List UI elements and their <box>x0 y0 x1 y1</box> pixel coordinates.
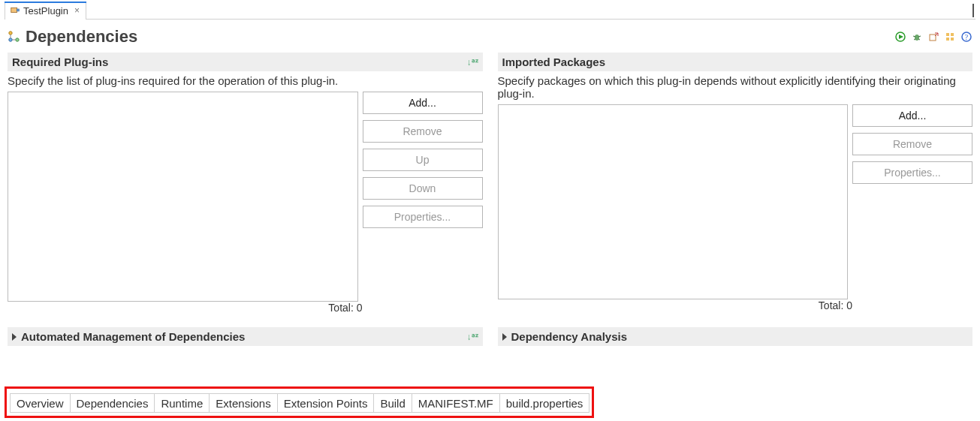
properties-button[interactable]: Properties... <box>363 206 483 228</box>
dependencies-icon <box>8 30 21 44</box>
svg-text:?: ? <box>965 33 969 41</box>
page-header: Dependencies ? <box>5 20 975 53</box>
maximize-icon[interactable] <box>972 5 974 17</box>
automated-dependencies-section[interactable]: Automated Management of Dependencies ↓ᵃᶻ <box>8 327 483 346</box>
required-total: Total: 0 <box>328 302 362 314</box>
run-icon[interactable] <box>894 31 906 43</box>
tab-extensions[interactable]: Extensions <box>209 393 277 413</box>
svg-marker-8 <box>899 35 903 39</box>
svg-line-12 <box>914 39 915 40</box>
sort-icon[interactable]: ↓ᵃᶻ <box>467 332 478 342</box>
imported-packages-section: Imported Packages Specify packages on wh… <box>498 53 973 314</box>
imported-packages-title: Imported Packages <box>502 56 606 68</box>
editor-tab-bar: TestPlugin × <box>5 2 975 20</box>
svg-rect-14 <box>930 35 936 41</box>
svg-rect-1 <box>17 9 20 11</box>
bottom-tab-bar: Overview Dependencies Runtime Extensions… <box>5 386 594 418</box>
required-plugins-header: Required Plug-ins ↓ᵃᶻ <box>8 53 483 71</box>
tab-dependencies[interactable]: Dependencies <box>70 393 155 413</box>
add-button[interactable]: Add... <box>852 104 972 127</box>
svg-point-3 <box>9 38 12 41</box>
imported-packages-header: Imported Packages <box>498 53 973 71</box>
svg-rect-16 <box>946 33 949 36</box>
help-icon[interactable]: ? <box>960 31 972 43</box>
required-plugins-title: Required Plug-ins <box>12 56 108 68</box>
imported-packages-list[interactable] <box>498 104 849 299</box>
remove-button[interactable]: Remove <box>852 133 972 155</box>
dependency-analysis-section[interactable]: Dependency Analysis <box>498 327 973 346</box>
svg-point-9 <box>915 35 919 41</box>
sort-icon[interactable]: ↓ᵃᶻ <box>467 57 478 68</box>
required-plugins-section: Required Plug-ins ↓ᵃᶻ Specify the list o… <box>8 53 483 314</box>
tab-build-properties[interactable]: build.properties <box>499 393 590 413</box>
svg-line-13 <box>918 39 920 40</box>
chevron-right-icon <box>502 333 507 341</box>
down-button[interactable]: Down <box>363 177 483 200</box>
svg-point-4 <box>16 38 19 41</box>
page-title: Dependencies <box>26 27 137 47</box>
close-icon[interactable]: × <box>74 5 80 16</box>
tab-manifest-mf[interactable]: MANIFEST.MF <box>412 393 500 413</box>
svg-rect-0 <box>11 8 17 12</box>
imported-total: Total: 0 <box>819 299 852 311</box>
debug-icon[interactable] <box>911 31 923 43</box>
editor-tab-title: TestPlugin <box>23 5 68 17</box>
svg-rect-17 <box>951 33 954 36</box>
required-plugins-list[interactable] <box>8 92 358 302</box>
tab-extension-points[interactable]: Extension Points <box>277 393 375 413</box>
svg-rect-18 <box>946 38 949 41</box>
organize-icon[interactable] <box>944 31 956 43</box>
export-icon[interactable] <box>927 31 939 43</box>
tab-runtime[interactable]: Runtime <box>154 393 210 413</box>
editor-tab-testplugin[interactable]: TestPlugin × <box>5 2 86 20</box>
plugin-icon <box>10 5 20 17</box>
up-button[interactable]: Up <box>363 149 483 171</box>
chevron-right-icon <box>12 333 17 341</box>
automated-dependencies-title: Automated Management of Dependencies <box>21 330 245 343</box>
remove-button[interactable]: Remove <box>363 120 483 143</box>
add-button[interactable]: Add... <box>363 92 483 114</box>
properties-button[interactable]: Properties... <box>852 161 972 184</box>
tab-overview[interactable]: Overview <box>10 393 71 413</box>
imported-packages-description: Specify packages on which this plug-in d… <box>498 71 973 104</box>
svg-rect-19 <box>951 38 954 41</box>
tab-build[interactable]: Build <box>373 393 412 413</box>
svg-point-2 <box>9 32 12 35</box>
required-plugins-description: Specify the list of plug-ins required fo… <box>8 71 483 92</box>
dependency-analysis-title: Dependency Analysis <box>511 330 628 343</box>
